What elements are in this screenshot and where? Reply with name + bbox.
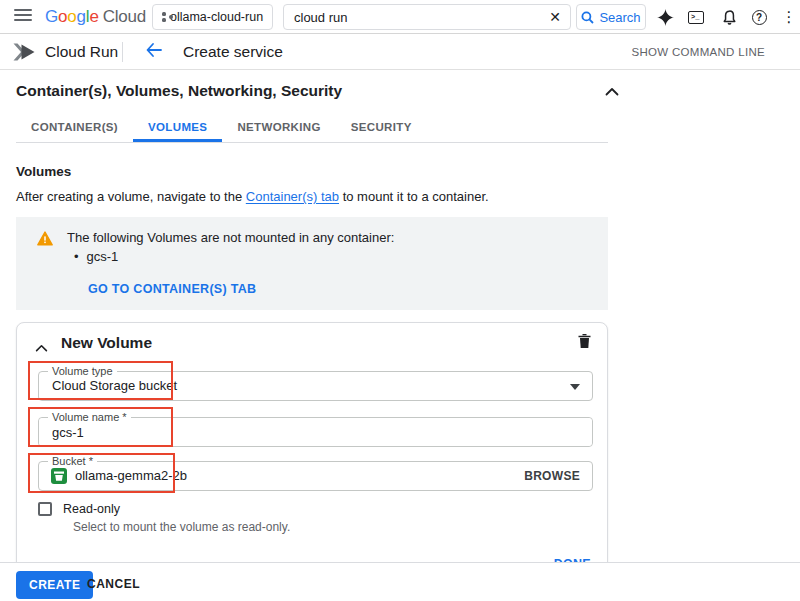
back-arrow-icon[interactable] bbox=[145, 42, 163, 62]
project-name: ollama-cloud-run bbox=[170, 10, 263, 24]
gemini-icon[interactable] bbox=[655, 7, 675, 27]
read-only-label: Read-only bbox=[63, 502, 120, 516]
bucket-icon bbox=[51, 468, 67, 488]
bucket-value: ollama-gemma2-2b bbox=[39, 462, 592, 490]
search-input[interactable] bbox=[284, 10, 540, 25]
help-icon[interactable]: ? bbox=[749, 7, 769, 27]
new-volume-title: New Volume bbox=[61, 334, 152, 352]
search-button[interactable]: Search bbox=[576, 4, 646, 30]
collapse-volume-icon[interactable] bbox=[35, 338, 48, 356]
create-button[interactable]: CREATE bbox=[16, 571, 93, 599]
tab-security[interactable]: SECURITY bbox=[336, 114, 427, 142]
warning-message: The following Volumes are not mounted in… bbox=[67, 230, 394, 245]
unmounted-volume-item: gcs-1 bbox=[74, 249, 394, 264]
volumes-heading: Volumes bbox=[16, 164, 800, 179]
tab-containers[interactable]: CONTAINER(S) bbox=[16, 114, 133, 142]
volumes-description: After creating a volume, navigate to the… bbox=[16, 189, 800, 204]
bucket-field[interactable]: Bucket * ollama-gemma2-2b BROWSE bbox=[38, 461, 593, 491]
section-title: Container(s), Volumes, Networking, Secur… bbox=[16, 82, 342, 99]
warning-icon bbox=[37, 231, 53, 264]
collapse-section-icon[interactable] bbox=[605, 82, 619, 100]
section-tabs: CONTAINER(S) VOLUMES NETWORKING SECURITY bbox=[16, 114, 608, 143]
page-title: Create service bbox=[183, 43, 283, 61]
cloud-shell-icon[interactable]: >_ bbox=[686, 7, 706, 27]
menu-icon[interactable] bbox=[14, 9, 32, 23]
form-footer: CREATE CANCEL bbox=[0, 562, 800, 601]
browse-button[interactable]: BROWSE bbox=[524, 462, 580, 490]
google-cloud-logo[interactable]: GoogleCloud bbox=[45, 7, 146, 27]
section-header: Container(s), Volumes, Networking, Secur… bbox=[16, 82, 624, 100]
cancel-button[interactable]: CANCEL bbox=[87, 577, 140, 591]
cloud-console-page: GoogleCloud ollama-cloud-run ✕ Search >_… bbox=[0, 0, 800, 601]
search-icon bbox=[581, 11, 594, 24]
project-selector[interactable]: ollama-cloud-run bbox=[152, 4, 273, 30]
volume-type-field[interactable]: Volume type Cloud Storage bucket bbox=[38, 371, 593, 401]
go-to-containers-tab-link[interactable]: GO TO CONTAINER(S) TAB bbox=[88, 282, 588, 296]
volume-type-label: Volume type bbox=[48, 365, 117, 377]
bucket-label: Bucket * bbox=[48, 455, 97, 467]
top-bar: GoogleCloud ollama-cloud-run ✕ Search >_… bbox=[0, 0, 800, 34]
read-only-checkbox[interactable] bbox=[38, 502, 52, 516]
product-bar: Cloud Run Create service SHOW COMMAND LI… bbox=[0, 34, 800, 70]
read-only-helper: Select to mount the volume as read-only. bbox=[73, 520, 290, 534]
show-command-line-button[interactable]: SHOW COMMAND LINE bbox=[631, 46, 765, 58]
product-name[interactable]: Cloud Run bbox=[45, 43, 118, 61]
delete-volume-icon[interactable] bbox=[578, 334, 591, 353]
containers-tab-link[interactable]: Container(s) tab bbox=[246, 189, 339, 204]
cloud-run-logo-icon bbox=[12, 41, 36, 67]
unmounted-volume-list: gcs-1 bbox=[74, 249, 394, 264]
volume-type-value: Cloud Storage bucket bbox=[39, 372, 592, 400]
new-volume-card: New Volume Volume type Cloud Storage buc… bbox=[16, 322, 608, 584]
chevron-down-icon bbox=[570, 384, 580, 390]
global-search-box: ✕ bbox=[283, 4, 571, 30]
read-only-option[interactable]: Read-only bbox=[38, 502, 120, 516]
tab-networking[interactable]: NETWORKING bbox=[222, 114, 335, 142]
volume-name-label: Volume name * bbox=[48, 411, 131, 423]
volume-name-field: Volume name * bbox=[38, 417, 593, 447]
more-icon[interactable]: ⋮ bbox=[779, 7, 799, 27]
warning-banner: The following Volumes are not mounted in… bbox=[16, 217, 608, 310]
tab-volumes[interactable]: VOLUMES bbox=[133, 114, 222, 142]
notifications-icon[interactable] bbox=[719, 7, 739, 27]
divider bbox=[122, 42, 123, 62]
clear-search-icon[interactable]: ✕ bbox=[540, 9, 570, 25]
